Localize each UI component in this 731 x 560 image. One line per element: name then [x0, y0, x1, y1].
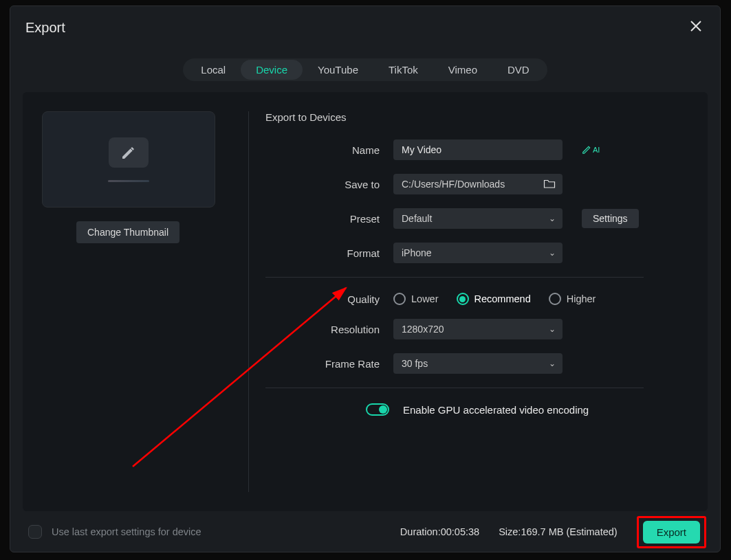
modal-footer: Use last export settings for device Dura… — [10, 512, 720, 552]
label-frame-rate: Frame Rate — [265, 358, 393, 370]
left-column: Change Thumbnail — [42, 111, 243, 492]
quality-lower[interactable]: Lower — [393, 293, 439, 305]
radio-label: Higher — [567, 293, 596, 304]
name-input[interactable] — [393, 139, 563, 160]
export-button-highlight: Export — [637, 516, 706, 548]
vertical-divider — [248, 111, 249, 492]
row-format: Format iPhone ⌄ — [265, 243, 691, 263]
export-tabs: Local Device YouTube TikTok Vimeo DVD — [183, 58, 547, 81]
radio-icon-selected — [457, 293, 469, 305]
thumbnail-preview[interactable] — [42, 111, 215, 208]
tab-device[interactable]: Device — [241, 60, 303, 80]
modal-header: Export — [10, 6, 720, 46]
quality-higher[interactable]: Higher — [549, 293, 596, 305]
row-preset: Preset Default ⌄ Settings — [265, 208, 691, 229]
ai-label: AI — [593, 146, 600, 154]
divider-1 — [265, 277, 644, 278]
size-value: 169.7 MB — [521, 526, 563, 537]
radio-label: Lower — [411, 293, 439, 304]
body-panel: Change Thumbnail Export to Devices Name … — [23, 92, 708, 511]
frame-rate-value: 30 fps — [402, 358, 428, 369]
ai-rename-button[interactable]: AI — [582, 145, 600, 155]
chevron-down-icon: ⌄ — [549, 324, 556, 334]
label-resolution: Resolution — [265, 324, 393, 335]
change-thumbnail-button[interactable]: Change Thumbnail — [76, 221, 179, 243]
gpu-toggle[interactable] — [366, 403, 389, 416]
tab-tiktok[interactable]: TikTok — [373, 60, 433, 80]
row-quality: Quality Lower Recommend Higher — [265, 293, 691, 305]
size-info: Size:169.7 MB (Estimated) — [499, 526, 618, 537]
right-column: Export to Devices Name AI Save to C:/Use… — [265, 111, 691, 492]
modal-title: Export — [25, 20, 65, 36]
size-label: Size: — [499, 526, 521, 537]
radio-label: Recommend — [474, 293, 531, 304]
preset-select[interactable]: Default ⌄ — [393, 208, 563, 229]
label-preset: Preset — [265, 213, 393, 225]
radio-icon — [549, 293, 561, 305]
row-name: Name AI — [265, 139, 691, 160]
quality-recommend[interactable]: Recommend — [457, 293, 531, 305]
pencil-icon — [120, 144, 137, 161]
tab-dvd[interactable]: DVD — [492, 60, 545, 80]
row-save-to: Save to C:/Users/HF/Downloads — [265, 174, 691, 194]
edit-icon-box — [109, 137, 149, 168]
export-button[interactable]: Export — [643, 521, 700, 544]
row-gpu-toggle: Enable GPU accelerated video encoding — [265, 403, 691, 416]
settings-button[interactable]: Settings — [582, 209, 639, 228]
label-name: Name — [265, 144, 393, 156]
quality-radio-group: Lower Recommend Higher — [393, 293, 596, 305]
toggle-on-icon — [366, 403, 389, 416]
close-icon — [690, 20, 702, 32]
close-button[interactable] — [687, 17, 705, 38]
frame-rate-select[interactable]: 30 fps ⌄ — [393, 353, 563, 374]
pen-icon — [582, 145, 591, 155]
folder-icon[interactable] — [543, 178, 556, 191]
divider-2 — [265, 388, 644, 388]
resolution-select[interactable]: 1280x720 ⌄ — [393, 319, 563, 339]
row-resolution: Resolution 1280x720 ⌄ — [265, 319, 691, 339]
size-suffix: (Estimated) — [567, 526, 618, 537]
gpu-toggle-label: Enable GPU accelerated video encoding — [403, 404, 589, 416]
duration-label: Duration: — [400, 526, 441, 537]
row-frame-rate: Frame Rate 30 fps ⌄ — [265, 353, 691, 374]
chevron-down-icon: ⌄ — [549, 359, 556, 368]
save-to-field[interactable]: C:/Users/HF/Downloads — [393, 174, 563, 194]
section-title: Export to Devices — [265, 111, 691, 123]
tab-youtube[interactable]: YouTube — [303, 60, 373, 80]
tab-vimeo[interactable]: Vimeo — [433, 60, 492, 80]
resolution-value: 1280x720 — [402, 324, 444, 335]
tab-local[interactable]: Local — [186, 60, 241, 80]
label-format: Format — [265, 247, 393, 259]
use-last-settings-checkbox[interactable] — [28, 525, 42, 539]
thumbnail-line — [108, 180, 149, 182]
save-to-value: C:/Users/HF/Downloads — [402, 179, 505, 190]
chevron-down-icon: ⌄ — [549, 248, 556, 258]
duration-info: Duration:00:05:38 — [400, 526, 479, 537]
format-value: iPhone — [402, 247, 432, 258]
label-save-to: Save to — [265, 179, 393, 190]
radio-icon — [393, 293, 406, 305]
format-select[interactable]: iPhone ⌄ — [393, 243, 563, 263]
export-modal: Export Local Device YouTube TikTok Vimeo… — [10, 5, 721, 552]
duration-value: 00:05:38 — [441, 526, 479, 537]
label-quality: Quality — [265, 293, 393, 305]
preset-value: Default — [402, 213, 432, 224]
use-last-settings-label: Use last export settings for device — [52, 526, 201, 537]
chevron-down-icon: ⌄ — [549, 214, 556, 223]
